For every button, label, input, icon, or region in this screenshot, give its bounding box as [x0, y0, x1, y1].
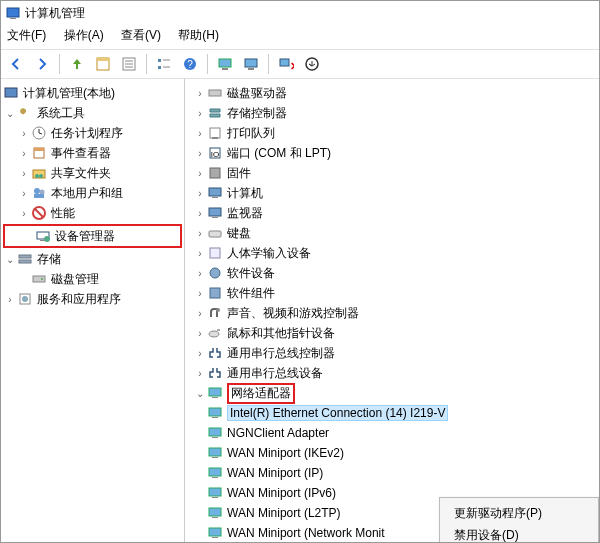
device-category[interactable]: ›存储控制器 — [187, 103, 597, 123]
device-item-label: NGNClient Adapter — [227, 426, 329, 440]
device-category[interactable]: ›计算机 — [187, 183, 597, 203]
menu-view[interactable]: 查看(V) — [121, 28, 161, 42]
device-category[interactable]: ›固件 — [187, 163, 597, 183]
device-category[interactable]: ›监视器 — [187, 203, 597, 223]
show-tree-icon[interactable] — [92, 53, 114, 75]
context-menu: 更新驱动程序(P) 禁用设备(D) 卸载设备(U) 扫描检测硬件改动(A) 属性… — [439, 497, 599, 543]
device-category-icon — [207, 85, 223, 101]
expand-toggle[interactable]: › — [193, 208, 207, 219]
expand-toggle[interactable]: › — [193, 188, 207, 199]
tree-storage[interactable]: ⌄ 存储 — [3, 249, 182, 269]
menu-action[interactable]: 操作(A) — [64, 28, 104, 42]
device-category[interactable]: ›声音、视频和游戏控制器 — [187, 303, 597, 323]
expand-toggle[interactable]: › — [3, 294, 17, 305]
svg-point-39 — [41, 278, 43, 280]
tree-label: 本地用户和组 — [51, 185, 123, 202]
nic-icon — [207, 425, 223, 441]
scan-hardware-icon[interactable] — [301, 53, 323, 75]
expand-toggle[interactable]: › — [193, 168, 207, 179]
expand-toggle[interactable]: › — [17, 188, 31, 199]
device-category[interactable]: ›通用串行总线设备 — [187, 363, 597, 383]
device-monitor-icon[interactable] — [214, 53, 236, 75]
expand-toggle[interactable]: › — [193, 288, 207, 299]
body-split: 计算机管理(本地) ⌄ 系统工具 › 任务计划程序 › 事件查看器 — [1, 79, 599, 543]
app-icon — [5, 5, 21, 21]
expand-toggle[interactable]: › — [193, 128, 207, 139]
device-category[interactable]: ›磁盘驱动器 — [187, 83, 597, 103]
menu-update-driver[interactable]: 更新驱动程序(P) — [440, 502, 598, 524]
tree-services-apps[interactable]: › 服务和应用程序 — [3, 289, 182, 309]
expand-toggle[interactable]: › — [17, 168, 31, 179]
device-item[interactable]: NGNClient Adapter — [187, 423, 597, 443]
device-category[interactable]: ›人体学输入设备 — [187, 243, 597, 263]
toolbar-separator — [59, 54, 60, 74]
svg-text:✕: ✕ — [290, 60, 294, 72]
svg-rect-70 — [212, 497, 218, 498]
device-category[interactable]: ›鼠标和其他指针设备 — [187, 323, 597, 343]
mgmt-tree: 计算机管理(本地) ⌄ 系统工具 › 任务计划程序 › 事件查看器 — [1, 79, 184, 313]
device-item[interactable]: WAN Miniport (IKEv2) — [187, 443, 597, 463]
device-category-icon — [207, 125, 223, 141]
svg-point-26 — [35, 174, 39, 178]
expand-toggle[interactable]: › — [17, 128, 31, 139]
device-category-label: 磁盘驱动器 — [227, 85, 287, 102]
tree-task-scheduler[interactable]: › 任务计划程序 — [3, 123, 182, 143]
device-category-icon — [207, 265, 223, 281]
tree-disk-management[interactable]: 磁盘管理 — [3, 269, 182, 289]
toolbar-separator — [146, 54, 147, 74]
expand-toggle[interactable]: › — [193, 148, 207, 159]
device-category[interactable]: ›通用串行总线控制器 — [187, 343, 597, 363]
device-category[interactable]: ›打印队列 — [187, 123, 597, 143]
expand-toggle[interactable]: › — [17, 208, 31, 219]
disable-device-icon[interactable]: ✕ — [275, 53, 297, 75]
tree-local-users[interactable]: › 本地用户和组 — [3, 183, 182, 203]
expand-toggle[interactable]: ⌄ — [193, 388, 207, 399]
expand-toggle[interactable]: › — [193, 108, 207, 119]
expand-toggle[interactable]: › — [193, 248, 207, 259]
nav-back-icon[interactable] — [5, 53, 27, 75]
device-item[interactable]: Intel(R) Ethernet Connection (14) I219-V — [187, 403, 597, 423]
expand-toggle[interactable]: › — [193, 328, 207, 339]
device-category[interactable]: ›软件组件 — [187, 283, 597, 303]
tree-event-viewer[interactable]: › 事件查看器 — [3, 143, 182, 163]
device-item-label: WAN Miniport (Network Monit — [227, 526, 385, 540]
properties-icon[interactable] — [118, 53, 140, 75]
event-log-icon — [31, 145, 47, 161]
nav-forward-icon[interactable] — [31, 53, 53, 75]
device-category[interactable]: ›IO端口 (COM 和 LPT) — [187, 143, 597, 163]
svg-line-32 — [35, 209, 43, 217]
svg-rect-71 — [209, 508, 221, 516]
toolbar: ? ✕ — [1, 49, 599, 79]
device-category-network[interactable]: ⌄网络适配器 — [187, 383, 597, 403]
menu-help[interactable]: 帮助(H) — [178, 28, 219, 42]
expand-toggle[interactable]: ⌄ — [3, 254, 17, 265]
device-category[interactable]: ›软件设备 — [187, 263, 597, 283]
menu-file[interactable]: 文件(F) — [7, 28, 46, 42]
tree-root[interactable]: 计算机管理(本地) — [3, 83, 182, 103]
help-icon[interactable]: ? — [179, 53, 201, 75]
device-monitor2-icon[interactable] — [240, 53, 262, 75]
expand-toggle[interactable]: › — [193, 228, 207, 239]
expand-toggle[interactable]: › — [193, 308, 207, 319]
menu-disable-device[interactable]: 禁用设备(D) — [440, 524, 598, 543]
svg-rect-25 — [33, 170, 45, 178]
tree-system-tools[interactable]: ⌄ 系统工具 — [3, 103, 182, 123]
users-icon — [31, 185, 47, 201]
device-category[interactable]: ›键盘 — [187, 223, 597, 243]
device-category-label: 打印队列 — [227, 125, 275, 142]
expand-toggle[interactable]: › — [193, 348, 207, 359]
tree-device-manager[interactable]: 设备管理器 — [7, 226, 178, 246]
tree-shared-folders[interactable]: › 共享文件夹 — [3, 163, 182, 183]
device-item[interactable]: WAN Miniport (IP) — [187, 463, 597, 483]
list-view-icon[interactable] — [153, 53, 175, 75]
device-category-icon — [207, 365, 223, 381]
expand-toggle[interactable]: ⌄ — [3, 108, 17, 119]
svg-rect-68 — [212, 477, 218, 478]
nic-icon — [207, 405, 223, 421]
expand-toggle[interactable]: › — [193, 368, 207, 379]
expand-toggle[interactable]: › — [193, 268, 207, 279]
expand-toggle[interactable]: › — [17, 148, 31, 159]
expand-toggle[interactable]: › — [193, 88, 207, 99]
tree-performance[interactable]: › 性能 — [3, 203, 182, 223]
up-level-icon[interactable] — [66, 53, 88, 75]
